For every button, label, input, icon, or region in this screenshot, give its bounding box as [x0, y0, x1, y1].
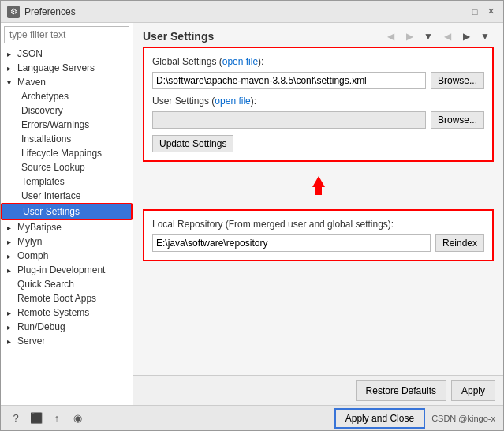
tree-label-quick-search: Quick Search [17, 279, 74, 290]
tree-item-source-lookup[interactable]: Source Lookup [1, 160, 133, 174]
tree-label-plug-in-development: Plug-in Development [17, 264, 105, 275]
square-icon[interactable]: ⬛ [29, 411, 43, 425]
tree-item-installations[interactable]: Installations [1, 132, 133, 146]
tree-item-json[interactable]: ▸JSON [1, 47, 133, 61]
left-panel: ▸JSON▸Language Servers▾MavenArchetypesDi… [1, 23, 133, 405]
global-settings-link[interactable]: open file [222, 56, 258, 67]
tree-arrow-language-servers: ▸ [7, 64, 15, 73]
tree-arrow-json: ▸ [7, 50, 15, 58]
tree-arrow-remote-systems: ▸ [7, 309, 15, 317]
tree-label-remote-boot-apps: Remote Boot Apps [17, 293, 96, 304]
tree-label-archetypes: Archetypes [21, 91, 69, 102]
apply-and-close-button[interactable]: Apply and Close [334, 408, 425, 429]
window-title: Preferences [24, 6, 76, 17]
apply-button[interactable]: Apply [451, 380, 495, 401]
watermark: CSDN @kingo-x [431, 414, 495, 423]
global-browse-button[interactable]: Browse... [431, 72, 484, 89]
tree-label-lifecycle-mappings: Lifecycle Mappings [21, 148, 102, 159]
tree-item-language-servers[interactable]: ▸Language Servers [1, 61, 133, 75]
tree-label-source-lookup: Source Lookup [21, 162, 85, 173]
tree-item-mylyn[interactable]: ▸Mylyn [1, 234, 133, 249]
right-content: Global Settings (open file): Browse... U… [133, 47, 503, 375]
update-settings-row: Update Settings [152, 135, 484, 152]
tree-label-remote-systems: Remote Systems [17, 307, 89, 318]
tree-label-run-debug: Run/Debug [17, 321, 65, 332]
tree-item-errors-warnings[interactable]: Errors/Warnings [1, 118, 133, 132]
red-down-arrow-icon [304, 171, 333, 200]
tree-arrow-server: ▸ [7, 337, 15, 346]
tree-item-server[interactable]: ▸Server [1, 334, 133, 348]
tree-item-discovery[interactable]: Discovery [1, 103, 133, 118]
export-icon[interactable]: ↑ [50, 411, 64, 425]
tree-item-remote-boot-apps[interactable]: Remote Boot Apps [1, 291, 133, 305]
tree-item-oomph[interactable]: ▸Oomph [1, 249, 133, 263]
local-repo-input[interactable] [152, 234, 431, 252]
close-button[interactable]: ✕ [484, 6, 497, 18]
nav-back2-button[interactable]: ◀ [439, 28, 456, 45]
nav-dropdown-button[interactable]: ▼ [420, 28, 437, 45]
minimize-button[interactable]: — [453, 6, 465, 18]
maximize-button[interactable]: □ [469, 6, 481, 18]
reindex-button[interactable]: Reindex [435, 234, 484, 252]
tree-container: ▸JSON▸Language Servers▾MavenArchetypesDi… [1, 47, 133, 405]
footer-icons: ? ⬛ ↑ ◉ [9, 411, 84, 425]
tree-item-plug-in-development[interactable]: ▸Plug-in Development [1, 263, 133, 277]
right-header: User Settings [143, 30, 214, 43]
nav-forward2-button[interactable]: ▶ [457, 28, 475, 45]
preferences-window: ⚙ Preferences — □ ✕ ▸JSON▸Language Serve… [0, 0, 504, 431]
tree-label-maven: Maven [17, 77, 46, 88]
global-settings-input[interactable] [152, 72, 426, 89]
global-settings-label: Global Settings (open file): [152, 56, 484, 67]
tree-item-archetypes[interactable]: Archetypes [1, 89, 133, 103]
tree-label-user-interface: User Interface [21, 190, 80, 201]
tree-item-user-interface[interactable]: User Interface [1, 189, 133, 203]
tree-label-json: JSON [17, 48, 43, 59]
tree-item-run-debug[interactable]: ▸Run/Debug [1, 320, 133, 334]
tree-label-errors-warnings: Errors/Warnings [21, 119, 89, 130]
restore-defaults-button[interactable]: Restore Defaults [356, 380, 446, 401]
back-button[interactable]: ◀ [382, 28, 399, 45]
help-icon[interactable]: ? [9, 411, 23, 425]
user-browse-button[interactable]: Browse... [431, 111, 484, 129]
tree-arrow-mybatipse: ▸ [7, 223, 15, 232]
tree-label-templates: Templates [21, 176, 65, 187]
tree-item-user-settings[interactable]: User Settings [1, 203, 133, 220]
tree-arrow-maven: ▾ [7, 78, 15, 87]
user-settings-label: User Settings (open file): [152, 96, 484, 107]
circle-icon[interactable]: ◉ [70, 411, 84, 425]
forward-button[interactable]: ▶ [401, 28, 418, 45]
tree-item-lifecycle-mappings[interactable]: Lifecycle Mappings [1, 146, 133, 160]
user-settings-link[interactable]: open file [215, 96, 250, 107]
bottom-bar: Restore Defaults Apply [133, 375, 503, 405]
content-area: ▸JSON▸Language Servers▾MavenArchetypesDi… [1, 23, 503, 405]
tree-label-mybatipse: MyBatipse [17, 222, 62, 233]
global-settings-section: Global Settings (open file): Browse... U… [143, 47, 494, 162]
right-panel: User Settings ◀ ▶ ▼ ◀ ▶ ▼ Global Setting… [133, 23, 503, 405]
tree-arrow-run-debug: ▸ [7, 323, 15, 332]
window-controls: — □ ✕ [453, 6, 497, 18]
tree-item-quick-search[interactable]: Quick Search [1, 277, 133, 291]
tree-arrow-plug-in-development: ▸ [7, 266, 15, 275]
tree-label-language-servers: Language Servers [17, 62, 95, 73]
window-icon: ⚙ [7, 6, 20, 18]
tree-item-mybatipse[interactable]: ▸MyBatipse [1, 220, 133, 234]
local-repo-section: Local Repository (From merged user and g… [143, 209, 494, 261]
tree-item-templates[interactable]: Templates [1, 174, 133, 189]
nav-dropdown2-button[interactable]: ▼ [476, 28, 494, 45]
tree-label-mylyn: Mylyn [17, 236, 42, 247]
user-settings-input[interactable] [152, 111, 426, 129]
title-bar-left: ⚙ Preferences [7, 6, 76, 18]
tree-label-server: Server [17, 335, 45, 347]
filter-input[interactable] [4, 26, 129, 43]
tree-arrow-mylyn: ▸ [7, 238, 15, 246]
tree-label-discovery: Discovery [21, 105, 63, 116]
title-bar: ⚙ Preferences — □ ✕ [1, 1, 503, 23]
arrow-indicator [143, 170, 494, 201]
tree-label-oomph: Oomph [17, 250, 48, 261]
update-settings-button[interactable]: Update Settings [152, 135, 233, 152]
tree-label-user-settings: User Settings [23, 206, 80, 217]
tree-item-remote-systems[interactable]: ▸Remote Systems [1, 305, 133, 320]
global-settings-row: Browse... [152, 72, 484, 89]
tree-item-maven[interactable]: ▾Maven [1, 75, 133, 89]
tree-label-installations: Installations [21, 133, 71, 144]
